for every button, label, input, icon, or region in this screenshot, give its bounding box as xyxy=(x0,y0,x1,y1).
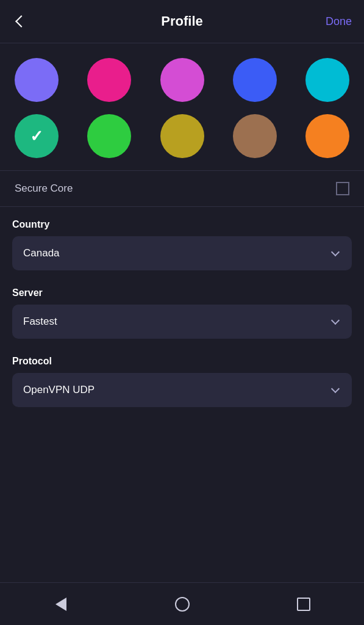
color-cyan[interactable] xyxy=(305,58,349,102)
server-value: Fastest xyxy=(23,316,57,328)
color-olive[interactable] xyxy=(160,114,204,158)
color-palette-section xyxy=(0,43,364,170)
country-label: Country xyxy=(12,219,352,230)
server-field-group: Server Fastest xyxy=(12,275,352,344)
nav-recent-icon xyxy=(297,598,310,611)
back-button[interactable] xyxy=(12,17,26,26)
protocol-label: Protocol xyxy=(12,356,352,367)
country-dropdown[interactable]: Canada xyxy=(12,236,352,270)
country-field-group: Country Canada xyxy=(12,207,352,275)
nav-back-icon xyxy=(55,598,66,611)
nav-home-icon xyxy=(175,597,190,612)
protocol-field-group: Protocol OpenVPN UDP xyxy=(12,344,352,412)
color-teal[interactable] xyxy=(15,114,59,158)
color-row-2 xyxy=(15,114,349,158)
color-orange[interactable] xyxy=(305,114,349,158)
nav-recent-button[interactable] xyxy=(288,589,319,620)
header: Profile Done xyxy=(0,0,364,43)
secure-core-label: Secure Core xyxy=(15,182,73,195)
bottom-nav xyxy=(0,582,364,625)
protocol-value: OpenVPN UDP xyxy=(23,384,95,396)
secure-core-checkbox[interactable] xyxy=(336,182,349,195)
back-chevron-icon xyxy=(15,15,27,27)
form-section: Country Canada Server Fastest Protocol O… xyxy=(0,207,364,412)
color-blue[interactable] xyxy=(233,58,277,102)
country-dropdown-arrow xyxy=(331,248,340,256)
page-title: Profile xyxy=(161,13,202,29)
server-dropdown-arrow xyxy=(331,316,340,325)
color-purple[interactable] xyxy=(15,58,59,102)
nav-home-button[interactable] xyxy=(167,589,198,620)
server-label: Server xyxy=(12,287,352,298)
color-green[interactable] xyxy=(87,114,131,158)
color-brown[interactable] xyxy=(233,114,277,158)
nav-back-button[interactable] xyxy=(46,589,76,620)
done-button[interactable]: Done xyxy=(326,15,352,28)
country-value: Canada xyxy=(23,247,60,259)
protocol-dropdown[interactable]: OpenVPN UDP xyxy=(12,373,352,407)
color-pink[interactable] xyxy=(87,58,131,102)
server-dropdown[interactable]: Fastest xyxy=(12,305,352,339)
color-row-1 xyxy=(15,58,349,102)
protocol-dropdown-arrow xyxy=(331,385,340,393)
secure-core-section[interactable]: Secure Core xyxy=(0,170,364,207)
color-magenta[interactable] xyxy=(160,58,204,102)
